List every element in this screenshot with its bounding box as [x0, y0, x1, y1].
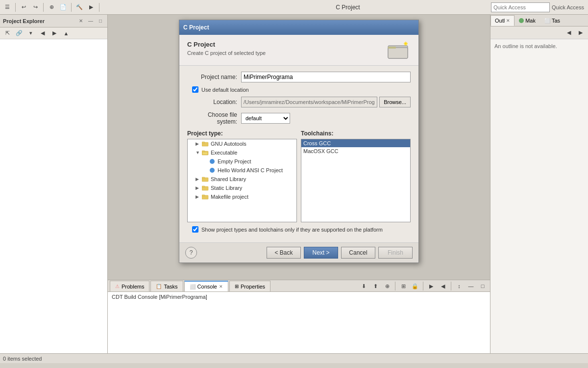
toolbar-btn-3[interactable]: ↪ [30, 2, 41, 13]
sep4 [99, 3, 99, 12]
project-type-shared-lib[interactable]: ▶ Shared Library [188, 175, 296, 184]
toolchains-header: Toolchains: [301, 130, 411, 137]
toolchain-macosx-gcc[interactable]: MacOSX GCC [301, 147, 410, 155]
bottom-toolbar-btn4[interactable]: ⊞ [398, 281, 409, 291]
shared-lib-label: Shared Library [211, 176, 246, 182]
tab-problems[interactable]: ⚠ Problems [110, 281, 149, 291]
project-name-input[interactable] [241, 72, 411, 82]
filesystem-select[interactable]: default [241, 113, 290, 124]
bottom-toolbar-btn2[interactable]: ⬆ [370, 281, 381, 291]
back-btn[interactable]: ◀ [37, 28, 48, 39]
right-panel-toolbar: ◀ ▶ [490, 26, 588, 39]
console-close[interactable]: ✕ [219, 284, 223, 289]
bottom-toolbar-btn10[interactable]: □ [477, 281, 488, 291]
help-button[interactable]: ? [185, 247, 197, 259]
svg-rect-10 [202, 151, 205, 152]
toolbar-btn-7[interactable]: ▶ [86, 2, 97, 13]
left-panel-content [0, 39, 107, 353]
bottom-toolbar-btn6[interactable]: ▶ [426, 281, 437, 291]
project-type-hello-world[interactable]: Hello World ANSI C Project [188, 166, 296, 175]
dialog-body: Project name: Use default location Locat… [179, 66, 418, 242]
dialog-title: C Project [187, 41, 382, 48]
project-type-executable[interactable]: ▼ Executable [188, 148, 296, 157]
svg-rect-2 [388, 47, 396, 49]
left-panel-close[interactable]: ✕ [77, 17, 85, 25]
tab-problems-label: Problems [122, 284, 144, 289]
folder-open-icon [201, 149, 209, 156]
collapse-all-btn[interactable]: ⇱ [2, 28, 13, 39]
toolchain-cross-gcc[interactable]: Cross GCC [301, 139, 410, 147]
filesystem-row: Choose file system: default [187, 111, 411, 125]
project-type-list[interactable]: ▶ GNU Autotools ▼ [187, 139, 297, 222]
blue-dot-icon [208, 158, 216, 165]
bottom-toolbar-btn1[interactable]: ⬇ [358, 281, 369, 291]
location-label: Location: [187, 99, 241, 105]
cross-gcc-label: Cross GCC [303, 140, 331, 146]
cancel-button[interactable]: Cancel [341, 247, 375, 259]
project-type-makefile[interactable]: ▶ Makefile project [188, 192, 296, 201]
tab-properties-label: Properties [241, 284, 265, 289]
bottom-toolbar-btn5[interactable]: 🔒 [410, 281, 420, 291]
filesystem-label: Choose file system: [187, 111, 241, 125]
location-input[interactable] [241, 97, 377, 107]
tab-console[interactable]: ⬜ Console ✕ [184, 281, 228, 291]
toolbar-btn-2[interactable]: ↩ [18, 2, 29, 13]
show-supported-row: Show project types and toolchains only i… [187, 226, 411, 233]
back-button[interactable]: < Back [267, 247, 301, 259]
svg-rect-15 [202, 186, 205, 187]
center-wrapper: C Project C Project Create C project of … [108, 15, 490, 353]
tab-properties[interactable]: ⊞ Properties [229, 281, 270, 291]
finish-button[interactable]: Finish [378, 247, 413, 259]
right-toolbar-btn2[interactable]: ▶ [575, 27, 586, 38]
bottom-sep2 [423, 282, 423, 290]
browse-button[interactable]: Browse... [379, 97, 411, 107]
project-type-static-lib[interactable]: ▶ Static Library [188, 184, 296, 192]
toolbar-btn-6[interactable]: 🔨 [74, 2, 85, 13]
link-with-editor-btn[interactable]: 🔗 [14, 28, 24, 39]
status-text: 0 items selected [3, 356, 42, 362]
up-btn[interactable]: ▲ [61, 28, 72, 39]
dialog-footer: ? < Back Next > Cancel Finish [179, 242, 418, 263]
folder-icon2 [201, 176, 209, 183]
sep1 [15, 3, 16, 12]
bottom-toolbar-btn7[interactable]: ◀ [438, 281, 448, 291]
left-panel-maximize[interactable]: □ [97, 17, 104, 25]
bottom-content: CDT Build Console [MiPrimerPrograma] [108, 292, 490, 353]
tab-tasks[interactable]: 📋 Tasks [150, 281, 183, 291]
toolchains-list[interactable]: Cross GCC MacOSX GCC [301, 139, 411, 222]
tab-tasks-label: Tasks [164, 284, 177, 289]
show-supported-checkbox[interactable] [192, 226, 198, 233]
macosx-gcc-label: MacOSX GCC [303, 148, 339, 154]
toolbar-btn-5[interactable]: 📄 [58, 2, 69, 13]
bottom-toolbar-btn3[interactable]: ⊕ [382, 281, 392, 291]
svg-rect-1 [388, 48, 408, 58]
project-type-gnu-autotools[interactable]: ▶ GNU Autotools [188, 139, 296, 148]
center-area: C Project C Project Create C project of … [108, 15, 490, 280]
dialog-subtitle: Create C project of selected type [187, 50, 382, 56]
toolbar-btn-4[interactable]: ⊕ [46, 2, 57, 13]
bottom-sep3 [451, 282, 451, 290]
bottom-tabs: ⚠ Problems 📋 Tasks ⬜ Console ✕ ⊞ Propert… [108, 280, 490, 292]
forward-btn[interactable]: ▶ [49, 28, 60, 39]
mak-tab-label: Mak [525, 18, 536, 24]
toolbar-btn-1[interactable]: ☰ [2, 2, 13, 13]
console-title: CDT Build Console [MiPrimerPrograma] [112, 294, 207, 300]
right-toolbar-btn1[interactable]: ◀ [564, 27, 574, 38]
view-menu-btn[interactable]: ▾ [25, 28, 36, 39]
next-button[interactable]: Next > [304, 247, 338, 259]
toolchains-column: Toolchains: Cross GCC MacOSX GCC [301, 130, 411, 222]
use-default-location-label: Use default location [201, 87, 249, 93]
use-default-location-checkbox[interactable] [192, 86, 198, 93]
tab-console-label: Console [197, 284, 217, 289]
bottom-toolbar-btn9[interactable]: — [466, 281, 476, 291]
quick-access-input[interactable] [491, 2, 550, 12]
bottom-toolbar-btn8[interactable]: ↕ [454, 281, 465, 291]
left-panel-minimize[interactable]: — [87, 17, 95, 25]
project-type-empty[interactable]: Empty Project [188, 157, 296, 166]
right-tab-outline[interactable]: Outl ✕ [490, 15, 514, 26]
right-tab-tasks[interactable]: ⬜ Tas [540, 15, 564, 26]
tasks-tab-label: Tas [552, 18, 560, 24]
outline-close[interactable]: ✕ [506, 18, 510, 23]
right-tab-mak[interactable]: Mak [514, 15, 540, 26]
expand-icon: ▶ [196, 185, 201, 190]
